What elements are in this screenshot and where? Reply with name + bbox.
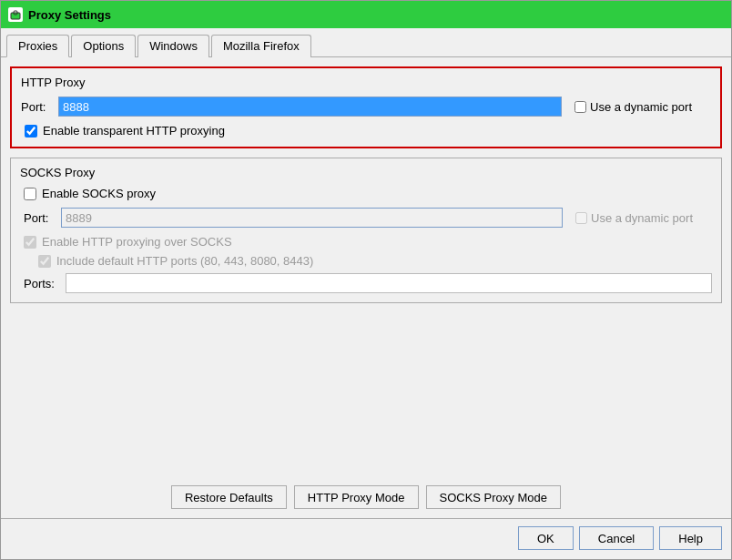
http-port-input[interactable]: [58, 97, 562, 117]
socks-ports-row: Ports:: [24, 273, 712, 293]
tab-windows[interactable]: Windows: [137, 35, 209, 57]
socks-proxy-label: SOCKS Proxy: [20, 166, 712, 179]
tab-proxies[interactable]: Proxies: [6, 35, 69, 57]
proxy-settings-window: Proxy Settings Proxies Options Windows M…: [0, 0, 732, 560]
help-button[interactable]: Help: [659, 526, 722, 550]
socks-proxy-section: SOCKS Proxy Enable SOCKS proxy Port: Use…: [10, 158, 722, 303]
window-content: Proxies Options Windows Mozilla Firefox …: [1, 28, 731, 559]
socks-port-label: Port:: [24, 211, 56, 225]
http-transparent-row: Enable transparent HTTP proxying: [25, 124, 711, 137]
http-proxy-mode-button[interactable]: HTTP Proxy Mode: [294, 485, 419, 509]
footer: OK Cancel Help: [1, 518, 731, 559]
http-over-socks-label: Enable HTTP proxying over SOCKS: [42, 235, 232, 249]
title-bar: Proxy Settings: [1, 1, 731, 28]
http-port-label: Port:: [21, 100, 53, 114]
svg-rect-0: [11, 13, 20, 19]
http-proxy-section: HTTP Proxy Port: Use a dynamic port Enab…: [10, 66, 722, 148]
socks-ports-input[interactable]: [66, 273, 712, 293]
restore-defaults-button[interactable]: Restore Defaults: [171, 485, 287, 509]
http-over-socks-row: Enable HTTP proxying over SOCKS: [24, 235, 712, 249]
http-dynamic-port-checkbox[interactable]: [574, 101, 586, 113]
tab-bar: Proxies Options Windows Mozilla Firefox: [1, 28, 731, 57]
enable-socks-label: Enable SOCKS proxy: [42, 187, 156, 200]
include-default-ports-checkbox[interactable]: [38, 255, 51, 268]
app-icon: [8, 7, 23, 22]
socks-dynamic-port-checkbox[interactable]: [575, 212, 587, 224]
socks-dynamic-port-label: Use a dynamic port: [591, 211, 693, 225]
tab-options[interactable]: Options: [71, 35, 136, 57]
http-transparent-label: Enable transparent HTTP proxying: [43, 124, 225, 137]
socks-ports-label: Ports:: [24, 277, 60, 290]
http-transparent-checkbox[interactable]: [25, 125, 37, 137]
cancel-button[interactable]: Cancel: [579, 526, 654, 550]
http-dynamic-port-row: Use a dynamic port: [574, 100, 711, 114]
enable-socks-checkbox[interactable]: [24, 188, 36, 200]
include-default-ports-row: Include default HTTP ports (80, 443, 808…: [38, 254, 712, 268]
http-proxy-label: HTTP Proxy: [21, 76, 711, 89]
socks-port-row: Port: Use a dynamic port: [24, 208, 712, 228]
http-port-row: Port: Use a dynamic port: [21, 97, 711, 117]
socks-proxy-mode-button[interactable]: SOCKS Proxy Mode: [426, 485, 562, 509]
buttons-row: Restore Defaults HTTP Proxy Mode SOCKS P…: [1, 473, 731, 518]
window-title: Proxy Settings: [28, 8, 111, 22]
tab-mozilla-firefox[interactable]: Mozilla Firefox: [211, 35, 311, 57]
socks-port-input[interactable]: [61, 208, 563, 228]
enable-socks-row: Enable SOCKS proxy: [24, 187, 712, 200]
ok-button[interactable]: OK: [518, 526, 574, 550]
socks-dynamic-port-row: Use a dynamic port: [575, 211, 712, 225]
main-area: HTTP Proxy Port: Use a dynamic port Enab…: [1, 57, 731, 473]
http-over-socks-checkbox[interactable]: [24, 236, 36, 249]
include-default-ports-label: Include default HTTP ports (80, 443, 808…: [56, 254, 313, 268]
http-dynamic-port-label: Use a dynamic port: [590, 100, 692, 114]
